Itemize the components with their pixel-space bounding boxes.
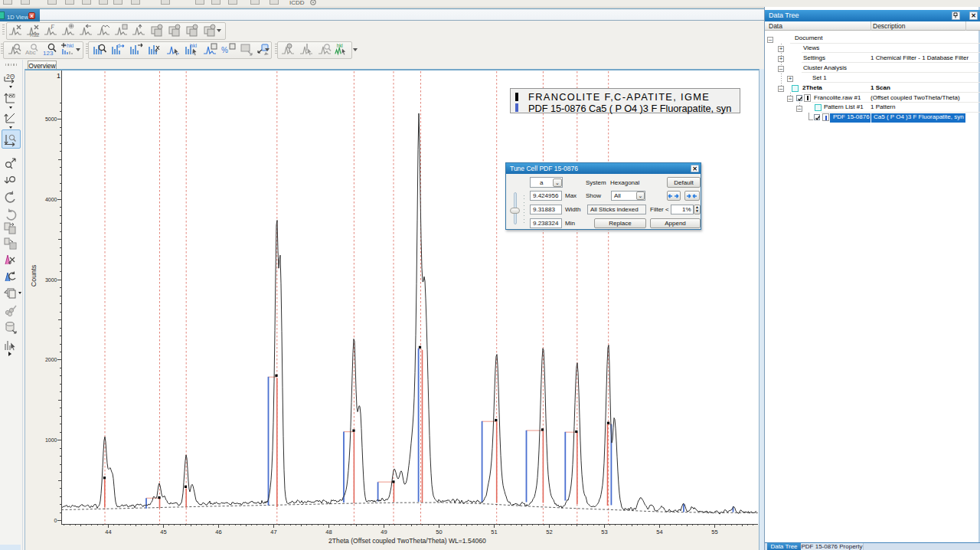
- svg-text:49: 49: [381, 529, 387, 535]
- svg-text:1000: 1000: [45, 437, 57, 443]
- svg-text:%: %: [221, 46, 228, 54]
- svg-text:Abc: Abc: [25, 49, 36, 56]
- svg-text:52: 52: [546, 529, 552, 535]
- svg-text:3000: 3000: [45, 277, 57, 283]
- svg-text:Ka2: Ka2: [30, 32, 40, 38]
- svg-text:44: 44: [105, 529, 111, 535]
- svg-text:53: 53: [601, 529, 607, 535]
- svg-text:0: 0: [54, 518, 57, 523]
- svg-text:2000: 2000: [45, 357, 57, 362]
- svg-text:54: 54: [656, 529, 662, 535]
- svg-text:F: F: [50, 24, 54, 31]
- svg-text:51: 51: [491, 529, 497, 535]
- svg-text:2Theta (Offset coupled TwoThet: 2Theta (Offset coupled TwoTheta/Theta) W…: [328, 537, 486, 545]
- svg-text:d: d: [117, 43, 120, 48]
- svg-text:48: 48: [325, 529, 332, 535]
- svg-text:45: 45: [160, 529, 166, 535]
- svg-text:47: 47: [270, 529, 276, 535]
- svg-text:46: 46: [215, 529, 221, 535]
- svg-text:2Θ: 2Θ: [6, 73, 15, 80]
- svg-text:1: 1: [57, 72, 60, 80]
- svg-text:4000: 4000: [45, 197, 57, 202]
- svg-text:hkl: hkl: [190, 43, 197, 48]
- svg-text:50: 50: [436, 529, 442, 535]
- svg-text:123: 123: [43, 50, 54, 57]
- svg-text:Counts: Counts: [30, 264, 38, 286]
- svg-text:55: 55: [711, 529, 717, 535]
- svg-text:5000: 5000: [45, 116, 57, 122]
